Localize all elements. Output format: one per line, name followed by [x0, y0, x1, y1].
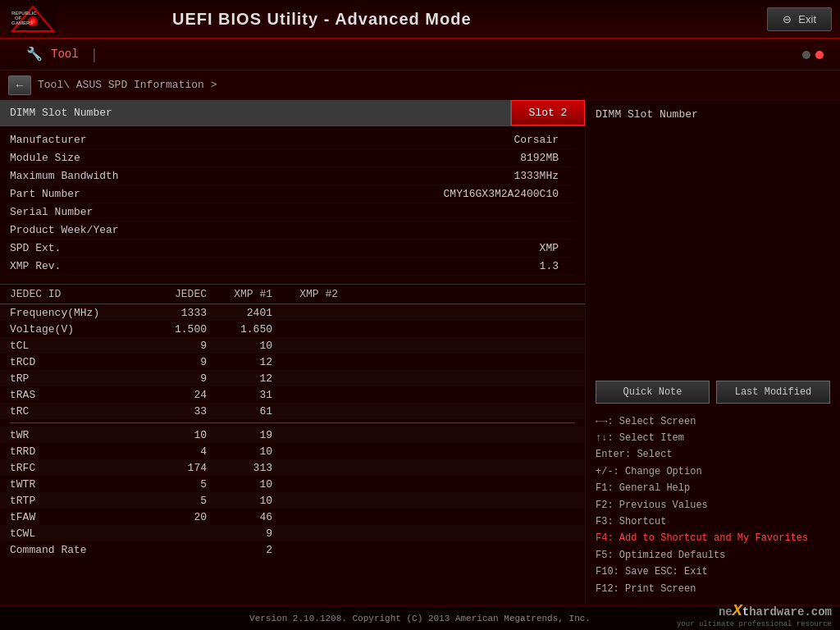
quick-note-button[interactable]: Quick Note: [596, 381, 710, 404]
last-modified-button[interactable]: Last Modified: [716, 381, 830, 404]
row-jedec: 20: [141, 511, 207, 523]
key-help-line: F3: Shortcut: [596, 514, 830, 530]
row-xmp1: 10: [207, 478, 272, 491]
spd-ext-label: SPD Ext.: [10, 242, 158, 254]
table-row: tCL 9 10: [0, 337, 585, 354]
module-size-row: Module Size 8192MB: [10, 149, 575, 167]
table-row: tRTP 5 10: [0, 492, 585, 509]
row-label: tRAS: [10, 389, 141, 401]
table-row: Command Rate 2: [0, 541, 585, 558]
row-label: tRP: [10, 372, 141, 385]
row-jedec: 1333: [141, 307, 207, 319]
table-divider: [10, 422, 575, 423]
row-label: tRRD: [10, 445, 141, 458]
col-header-xmp2: XMP #2: [272, 288, 338, 300]
row-xmp1: 10: [207, 495, 272, 507]
part-number-row: Part Number CMY16GX3M2A2400C10: [10, 185, 575, 203]
footer-tagline: your ultimate professional resource: [677, 620, 832, 628]
col-headers: JEDEC ID JEDEC XMP #1 XMP #2: [0, 284, 585, 304]
row-xmp1: 61: [207, 405, 272, 418]
manufacturer-row: Manufacturer Corsair: [10, 131, 575, 149]
header-title: UEFI BIOS Utility - Advanced Mode: [172, 10, 767, 29]
nav-tab-tool[interactable]: 🔧 Tool: [16, 39, 89, 71]
nav-bar: 🔧 Tool |: [0, 39, 840, 71]
main-content: DIMM Slot Number Slot 2 Manufacturer Cor…: [0, 100, 840, 605]
part-number-value: CMY16GX3M2A2400C10: [158, 188, 575, 200]
exit-button[interactable]: ⊖ Exit: [767, 7, 832, 31]
col-header-xmp1: XMP #1: [207, 288, 272, 300]
row-jedec: 24: [141, 389, 207, 401]
footer-logo-text: neXthardware.com: [719, 601, 832, 620]
data-table-group1: Frequency(MHz) 1333 2401 Voltage(V) 1.50…: [0, 304, 585, 419]
table-row: tRC 33 61: [0, 403, 585, 419]
data-table-group2: tWR 10 19 tRRD 4 10 tRFC 174 313 tWTR 5 …: [0, 427, 585, 558]
row-xmp1: 10: [207, 445, 272, 458]
right-panel-spacer: [596, 127, 830, 381]
row-xmp1: 1.650: [207, 323, 272, 336]
row-xmp1: 2: [207, 544, 272, 556]
row-xmp1: 12: [207, 372, 272, 385]
footer: Version 2.10.1208. Copyright (C) 2013 Am…: [0, 605, 840, 630]
nav-dot-1[interactable]: [802, 51, 810, 59]
right-panel-title: DIMM Slot Number: [596, 108, 830, 121]
nav-separator: |: [90, 47, 99, 63]
key-help-line: ←→: Select Screen: [596, 413, 830, 430]
xmp-rev-label: XMP Rev.: [10, 260, 158, 272]
rog-logo: REPUBLIC OF GAMERS: [8, 3, 57, 34]
exit-label: Exit: [798, 13, 816, 25]
tool-icon: 🔧: [26, 46, 43, 62]
footer-t: t: [742, 605, 749, 619]
row-jedec: 5: [141, 478, 207, 491]
row-label: tFAW: [10, 511, 141, 523]
footer-hardware: hardware.com: [749, 605, 832, 619]
spd-ext-value: XMP: [158, 242, 575, 254]
product-week-label: Product Week/Year: [10, 224, 158, 236]
row-label: tRFC: [10, 462, 141, 474]
table-row: tCWL 9: [0, 525, 585, 541]
footer-xt: X: [733, 601, 742, 620]
row-label: tRCD: [10, 356, 141, 368]
xmp-rev-row: XMP Rev. 1.3: [10, 258, 575, 276]
table-row: tWR 10 19: [0, 427, 585, 443]
nav-tab-tool-label: Tool: [51, 48, 79, 61]
row-jedec: 4: [141, 445, 207, 458]
row-xmp1: 12: [207, 356, 272, 368]
row-jedec: 174: [141, 462, 207, 474]
row-label: tRTP: [10, 495, 141, 507]
row-jedec: 9: [141, 356, 207, 368]
module-size-label: Module Size: [10, 152, 158, 164]
slot-select-button[interactable]: Slot 2: [511, 100, 585, 126]
key-help-line: ↑↓: Select Item: [596, 430, 830, 446]
exit-icon: ⊖: [783, 13, 792, 25]
row-label: Frequency(MHz): [10, 307, 141, 319]
footer-version: Version 2.10.1208. Copyright (C) 2013 Am…: [249, 614, 591, 623]
row-xmp1: 2401: [207, 307, 272, 319]
serial-number-label: Serial Number: [10, 206, 158, 218]
table-row: tWTR 5 10: [0, 476, 585, 492]
xmp-rev-value: 1.3: [158, 260, 575, 272]
max-bandwidth-label: Maximum Bandwidth: [10, 170, 158, 182]
max-bandwidth-value: 1333MHz: [158, 170, 575, 182]
key-help-line: F5: Optimized Defaults: [596, 547, 830, 564]
manufacturer-value: Corsair: [158, 134, 575, 146]
spd-ext-row: SPD Ext. XMP: [10, 240, 575, 258]
row-xmp1: 46: [207, 511, 272, 523]
row-label: Voltage(V): [10, 323, 141, 336]
row-jedec: 5: [141, 495, 207, 507]
back-button[interactable]: ←: [8, 75, 31, 95]
svg-text:GAMERS: GAMERS: [11, 21, 33, 25]
key-help-line: F10: Save ESC: Exit: [596, 564, 830, 580]
breadcrumb: Tool\ ASUS SPD Information >: [38, 79, 217, 91]
row-jedec: 9: [141, 340, 207, 352]
row-jedec: 9: [141, 372, 207, 385]
header: REPUBLIC OF GAMERS UEFI BIOS Utility - A…: [0, 0, 840, 39]
nav-dot-2[interactable]: [815, 51, 824, 59]
key-help-line: +/-: Change Option: [596, 463, 830, 480]
manufacturer-label: Manufacturer: [10, 134, 158, 146]
col-header-jedec-id: JEDEC ID: [10, 288, 141, 300]
max-bandwidth-row: Maximum Bandwidth 1333MHz: [10, 167, 575, 185]
table-row: tRRD 4 10: [0, 443, 585, 459]
row-xmp1: 313: [207, 462, 272, 474]
module-size-value: 8192MB: [158, 152, 575, 164]
row-label: tWR: [10, 429, 141, 441]
